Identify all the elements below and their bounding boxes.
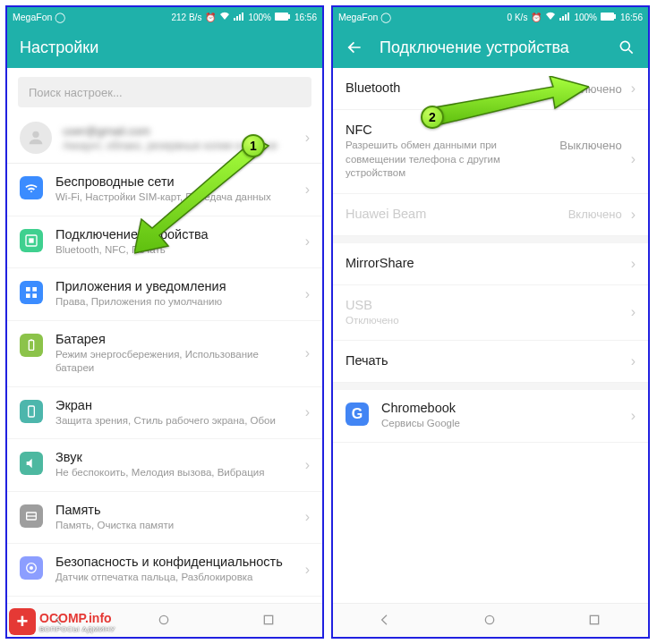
item-sub: Wi-Fi, Настройки SIM-карт, Передача данн…	[55, 191, 287, 205]
battery-percent: 100%	[574, 13, 597, 22]
item-device-connection[interactable]: Подключение устройства Bluetooth, NFC, П…	[7, 216, 322, 269]
svg-rect-10	[30, 339, 33, 340]
signal-icon	[559, 12, 570, 22]
row-sub: Отключено	[346, 314, 626, 328]
svg-rect-0	[275, 13, 288, 21]
row-title: Chromebook	[381, 401, 613, 415]
item-sub: Режим энергосбережения, Использование ба…	[55, 348, 287, 376]
svg-line-21	[629, 50, 633, 54]
nav-recent[interactable]	[261, 613, 277, 629]
svg-rect-11	[29, 406, 35, 417]
row-bluetooth[interactable]: Bluetooth Выключено ›	[333, 68, 648, 110]
row-nfc[interactable]: NFC Разрешить обмен данными при совмещен…	[333, 110, 648, 194]
app-bar: Подключение устройства	[333, 27, 648, 68]
svg-rect-9	[29, 340, 33, 350]
wifi-icon	[545, 12, 556, 22]
row-mirrorshare[interactable]: MirrorShare ›	[333, 236, 648, 285]
row-title: MirrorShare	[346, 256, 626, 270]
chevron-right-icon: ›	[631, 353, 636, 369]
svg-rect-7	[26, 293, 30, 298]
chevron-right-icon: ›	[305, 345, 310, 361]
carrier-icon: ◯	[55, 12, 65, 22]
row-title: NFC	[346, 123, 559, 137]
row-title: Печать	[346, 353, 626, 368]
watermark: + OCOMP.info ВОПРОСЫ АДМИНУ	[9, 608, 115, 635]
nav-home[interactable]	[157, 613, 173, 629]
row-usb: USB Отключено ›	[333, 285, 648, 342]
nav-recent[interactable]	[587, 613, 603, 629]
svg-point-15	[30, 566, 33, 570]
item-sound[interactable]: Звук Не беспокоить, Мелодия вызова, Вибр…	[7, 439, 322, 492]
row-huawei-beam: Huawei Beam Включено ›	[333, 194, 648, 236]
row-sub: Сервисы Google	[381, 417, 613, 431]
chevron-right-icon: ›	[631, 80, 636, 97]
account-row[interactable]: user@gmail.com Аккаунт, облако, резервны…	[7, 113, 322, 164]
security-icon	[20, 556, 43, 580]
row-sub: Разрешить обмен данными при совмещении т…	[346, 139, 559, 181]
google-icon: G	[346, 402, 369, 426]
item-title: Батарея	[55, 332, 287, 346]
item-title: Безопасность и конфиденциальность	[55, 555, 287, 569]
item-security[interactable]: Безопасность и конфиденциальность Датчик…	[7, 544, 322, 597]
status-bar: MegaFon ◯ 0 K/s ⏰ 100% 16:56	[333, 7, 648, 27]
avatar	[20, 122, 52, 154]
battery-icon	[20, 334, 43, 357]
connect-icon	[20, 229, 43, 252]
item-title: Экран	[55, 398, 287, 412]
page-title: Настройки	[20, 38, 310, 57]
item-apps[interactable]: Приложения и уведомления Права, Приложен…	[7, 268, 322, 321]
battery-icon	[601, 13, 617, 22]
svg-rect-6	[32, 287, 37, 292]
item-title: Приложения и уведомления	[55, 279, 287, 293]
item-sub: Датчик отпечатка пальца, Разблокировка	[55, 571, 287, 585]
display-icon	[20, 400, 43, 423]
signal-icon	[234, 12, 244, 22]
account-text: user@gmail.com Аккаунт, облако, резервны…	[63, 124, 289, 152]
row-value: Включено	[568, 208, 622, 221]
settings-list: Беспроводные сети Wi-Fi, Настройки SIM-к…	[7, 164, 322, 597]
nav-back[interactable]	[378, 613, 394, 629]
item-sub: Память, Очистка памяти	[55, 519, 287, 533]
svg-rect-8	[32, 293, 37, 298]
apps-icon	[20, 281, 43, 304]
search-button[interactable]	[618, 38, 636, 56]
item-display[interactable]: Экран Защита зрения, Стиль рабочего экра…	[7, 387, 322, 440]
search-input[interactable]: Поиск настроек...	[18, 77, 311, 107]
item-title: Звук	[55, 450, 287, 464]
svg-point-16	[159, 615, 167, 623]
item-wireless[interactable]: Беспроводные сети Wi-Fi, Настройки SIM-к…	[7, 164, 322, 216]
alarm-icon: ⏰	[531, 13, 542, 22]
chevron-right-icon: ›	[631, 151, 636, 167]
svg-point-2	[32, 131, 38, 138]
item-sub: Защита зрения, Стиль рабочего экрана, Об…	[55, 414, 287, 428]
phone-right: MegaFon ◯ 0 K/s ⏰ 100% 16:56	[331, 5, 650, 639]
page-title: Подключение устройства	[380, 38, 602, 57]
row-value: Выключено	[559, 82, 621, 96]
svg-rect-1	[288, 14, 290, 19]
alarm-icon: ⏰	[205, 13, 216, 22]
back-button[interactable]	[346, 38, 363, 56]
connection-list: Bluetooth Выключено › NFC Разрешить обме…	[333, 68, 648, 443]
chevron-right-icon: ›	[305, 233, 310, 250]
chevron-right-icon: ›	[631, 207, 636, 223]
row-chromebook[interactable]: G Chromebook Сервисы Google ›	[333, 383, 648, 443]
item-sub: Bluetooth, NFC, Печать	[55, 243, 287, 258]
item-battery[interactable]: Батарея Режим энергосбережения, Использо…	[7, 321, 322, 387]
nav-home[interactable]	[482, 613, 499, 629]
row-print[interactable]: Печать ›	[333, 341, 648, 383]
svg-rect-23	[591, 615, 599, 623]
svg-rect-18	[601, 13, 614, 21]
svg-rect-5	[26, 287, 30, 292]
status-bar: MegaFon ◯ 212 B/s ⏰ 100% 16:56	[7, 7, 322, 27]
chevron-right-icon: ›	[631, 408, 636, 424]
chevron-right-icon: ›	[305, 182, 310, 198]
watermark-badge: +	[9, 608, 36, 635]
row-title: Bluetooth	[346, 80, 559, 95]
svg-rect-19	[614, 14, 616, 19]
item-memory[interactable]: Память Память, Очистка памяти ›	[7, 492, 322, 545]
svg-point-20	[620, 41, 629, 50]
wifi-icon	[20, 176, 43, 199]
carrier-label: MegaFon	[13, 12, 52, 22]
chevron-right-icon: ›	[305, 562, 310, 578]
item-title: Память	[55, 503, 287, 517]
